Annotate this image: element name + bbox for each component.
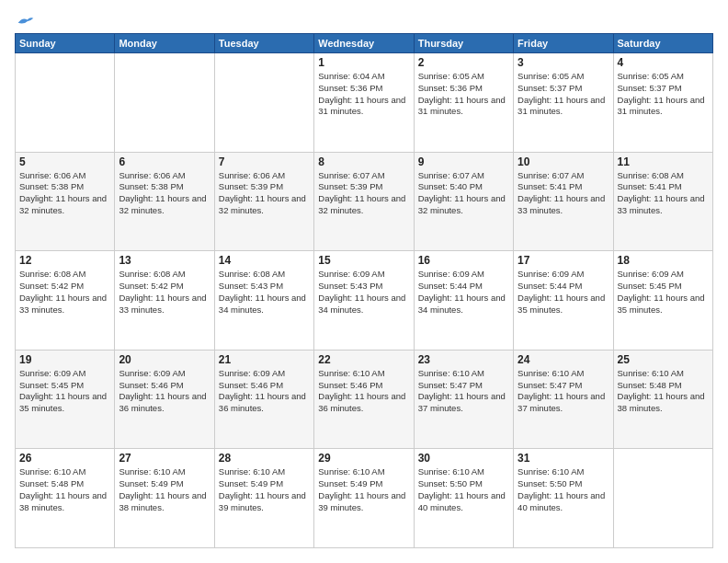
day-number: 19 (19, 353, 110, 366)
day-number: 9 (418, 155, 509, 168)
day-info: Sunrise: 6:05 AM Sunset: 5:37 PM Dayligh… (618, 71, 709, 118)
day-number: 18 (618, 254, 709, 267)
day-info: Sunrise: 6:10 AM Sunset: 5:48 PM Dayligh… (618, 368, 709, 415)
day-number: 24 (518, 353, 609, 366)
calendar-cell (16, 53, 115, 153)
calendar-cell: 28Sunrise: 6:10 AM Sunset: 5:49 PM Dayli… (214, 449, 313, 548)
day-info: Sunrise: 6:08 AM Sunset: 5:42 PM Dayligh… (19, 269, 110, 316)
calendar-cell (115, 53, 214, 153)
day-number: 23 (418, 353, 509, 366)
calendar-cell: 17Sunrise: 6:09 AM Sunset: 5:44 PM Dayli… (514, 251, 613, 350)
logo (15, 15, 35, 26)
day-number: 17 (518, 254, 609, 267)
day-info: Sunrise: 6:09 AM Sunset: 5:45 PM Dayligh… (19, 368, 110, 415)
calendar-cell: 1Sunrise: 6:04 AM Sunset: 5:36 PM Daylig… (314, 53, 414, 153)
weekday-header: Wednesday (314, 34, 414, 53)
logo-bird-icon (17, 15, 35, 29)
calendar-cell: 30Sunrise: 6:10 AM Sunset: 5:50 PM Dayli… (414, 449, 513, 548)
weekday-header: Thursday (414, 34, 513, 53)
day-number: 30 (418, 452, 509, 465)
calendar-week-row: 1Sunrise: 6:04 AM Sunset: 5:36 PM Daylig… (16, 53, 713, 153)
day-info: Sunrise: 6:10 AM Sunset: 5:49 PM Dayligh… (119, 466, 210, 513)
calendar-cell: 29Sunrise: 6:10 AM Sunset: 5:49 PM Dayli… (314, 449, 414, 548)
day-number: 28 (219, 452, 310, 465)
day-info: Sunrise: 6:09 AM Sunset: 5:44 PM Dayligh… (518, 269, 609, 316)
day-info: Sunrise: 6:09 AM Sunset: 5:43 PM Dayligh… (318, 269, 409, 316)
day-number: 3 (518, 56, 609, 69)
day-number: 5 (19, 155, 110, 168)
weekday-header: Sunday (16, 34, 115, 53)
calendar-cell: 2Sunrise: 6:05 AM Sunset: 5:36 PM Daylig… (414, 53, 513, 153)
calendar-cell: 21Sunrise: 6:09 AM Sunset: 5:46 PM Dayli… (214, 350, 313, 449)
day-info: Sunrise: 6:07 AM Sunset: 5:40 PM Dayligh… (418, 170, 509, 217)
calendar-table: SundayMondayTuesdayWednesdayThursdayFrid… (15, 33, 713, 548)
day-number: 31 (518, 452, 609, 465)
day-info: Sunrise: 6:06 AM Sunset: 5:38 PM Dayligh… (119, 170, 210, 217)
calendar-cell: 9Sunrise: 6:07 AM Sunset: 5:40 PM Daylig… (414, 152, 513, 251)
day-info: Sunrise: 6:07 AM Sunset: 5:39 PM Dayligh… (318, 170, 409, 217)
day-info: Sunrise: 6:10 AM Sunset: 5:47 PM Dayligh… (518, 368, 609, 415)
day-number: 27 (119, 452, 210, 465)
calendar-cell: 19Sunrise: 6:09 AM Sunset: 5:45 PM Dayli… (16, 350, 115, 449)
day-number: 29 (318, 452, 409, 465)
day-number: 2 (418, 56, 509, 69)
calendar-cell: 12Sunrise: 6:08 AM Sunset: 5:42 PM Dayli… (16, 251, 115, 350)
calendar-week-row: 19Sunrise: 6:09 AM Sunset: 5:45 PM Dayli… (16, 350, 713, 449)
day-info: Sunrise: 6:04 AM Sunset: 5:36 PM Dayligh… (318, 71, 409, 118)
day-info: Sunrise: 6:10 AM Sunset: 5:49 PM Dayligh… (318, 466, 409, 513)
calendar-cell: 8Sunrise: 6:07 AM Sunset: 5:39 PM Daylig… (314, 152, 414, 251)
day-info: Sunrise: 6:10 AM Sunset: 5:49 PM Dayligh… (219, 466, 310, 513)
day-number: 25 (618, 353, 709, 366)
day-number: 11 (618, 155, 709, 168)
calendar-cell: 31Sunrise: 6:10 AM Sunset: 5:50 PM Dayli… (514, 449, 613, 548)
calendar-cell: 3Sunrise: 6:05 AM Sunset: 5:37 PM Daylig… (514, 53, 613, 153)
calendar-cell: 25Sunrise: 6:10 AM Sunset: 5:48 PM Dayli… (613, 350, 712, 449)
calendar-cell: 10Sunrise: 6:07 AM Sunset: 5:41 PM Dayli… (514, 152, 613, 251)
day-info: Sunrise: 6:10 AM Sunset: 5:50 PM Dayligh… (418, 466, 509, 513)
page: SundayMondayTuesdayWednesdayThursdayFrid… (0, 0, 728, 563)
day-info: Sunrise: 6:08 AM Sunset: 5:41 PM Dayligh… (618, 170, 709, 217)
calendar-cell: 22Sunrise: 6:10 AM Sunset: 5:46 PM Dayli… (314, 350, 414, 449)
calendar-cell: 4Sunrise: 6:05 AM Sunset: 5:37 PM Daylig… (613, 53, 712, 153)
weekday-header: Saturday (613, 34, 712, 53)
calendar-cell: 20Sunrise: 6:09 AM Sunset: 5:46 PM Dayli… (115, 350, 214, 449)
calendar-cell: 7Sunrise: 6:06 AM Sunset: 5:39 PM Daylig… (214, 152, 313, 251)
day-number: 13 (119, 254, 210, 267)
day-info: Sunrise: 6:08 AM Sunset: 5:43 PM Dayligh… (219, 269, 310, 316)
weekday-header: Monday (115, 34, 214, 53)
day-number: 15 (318, 254, 409, 267)
day-number: 20 (119, 353, 210, 366)
weekday-header: Tuesday (214, 34, 313, 53)
day-number: 16 (418, 254, 509, 267)
calendar-week-row: 5Sunrise: 6:06 AM Sunset: 5:38 PM Daylig… (16, 152, 713, 251)
calendar-cell: 27Sunrise: 6:10 AM Sunset: 5:49 PM Dayli… (115, 449, 214, 548)
calendar-cell (613, 449, 712, 548)
day-info: Sunrise: 6:08 AM Sunset: 5:42 PM Dayligh… (119, 269, 210, 316)
day-number: 8 (318, 155, 409, 168)
day-info: Sunrise: 6:10 AM Sunset: 5:46 PM Dayligh… (318, 368, 409, 415)
day-info: Sunrise: 6:09 AM Sunset: 5:44 PM Dayligh… (418, 269, 509, 316)
calendar-cell: 16Sunrise: 6:09 AM Sunset: 5:44 PM Dayli… (414, 251, 513, 350)
weekday-header-row: SundayMondayTuesdayWednesdayThursdayFrid… (16, 34, 713, 53)
day-number: 10 (518, 155, 609, 168)
day-info: Sunrise: 6:06 AM Sunset: 5:38 PM Dayligh… (19, 170, 110, 217)
day-info: Sunrise: 6:10 AM Sunset: 5:48 PM Dayligh… (19, 466, 110, 513)
header (15, 15, 713, 26)
day-info: Sunrise: 6:09 AM Sunset: 5:45 PM Dayligh… (618, 269, 709, 316)
day-number: 22 (318, 353, 409, 366)
calendar-cell: 11Sunrise: 6:08 AM Sunset: 5:41 PM Dayli… (613, 152, 712, 251)
calendar-cell: 5Sunrise: 6:06 AM Sunset: 5:38 PM Daylig… (16, 152, 115, 251)
day-info: Sunrise: 6:07 AM Sunset: 5:41 PM Dayligh… (518, 170, 609, 217)
day-number: 26 (19, 452, 110, 465)
day-number: 12 (19, 254, 110, 267)
day-number: 4 (618, 56, 709, 69)
day-number: 21 (219, 353, 310, 366)
calendar-cell: 6Sunrise: 6:06 AM Sunset: 5:38 PM Daylig… (115, 152, 214, 251)
calendar-cell (214, 53, 313, 153)
calendar-cell: 23Sunrise: 6:10 AM Sunset: 5:47 PM Dayli… (414, 350, 513, 449)
calendar-week-row: 26Sunrise: 6:10 AM Sunset: 5:48 PM Dayli… (16, 449, 713, 548)
day-info: Sunrise: 6:09 AM Sunset: 5:46 PM Dayligh… (219, 368, 310, 415)
calendar-cell: 13Sunrise: 6:08 AM Sunset: 5:42 PM Dayli… (115, 251, 214, 350)
calendar-week-row: 12Sunrise: 6:08 AM Sunset: 5:42 PM Dayli… (16, 251, 713, 350)
day-info: Sunrise: 6:10 AM Sunset: 5:47 PM Dayligh… (418, 368, 509, 415)
